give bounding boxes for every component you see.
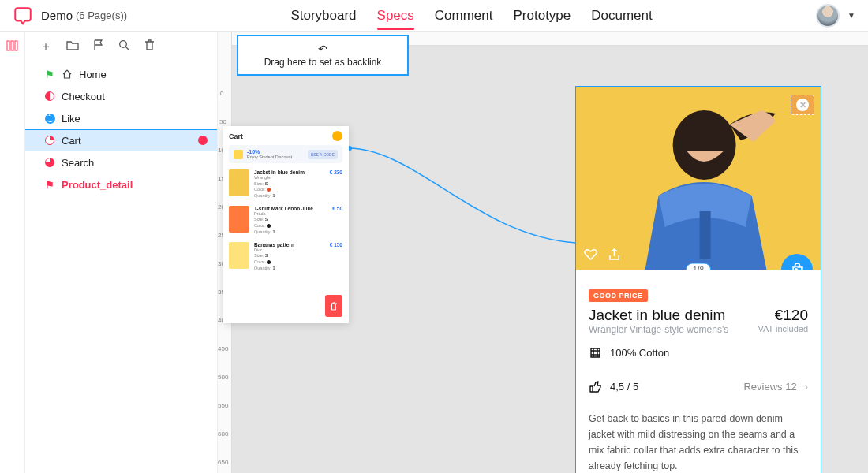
cart-row[interactable]: Bananas pattern Dior Size: S Color: Quan… <box>229 242 342 272</box>
user-avatar[interactable] <box>816 4 840 28</box>
material-row: 100% Cotton <box>589 346 808 359</box>
svg-rect-1 <box>11 41 13 50</box>
artboard-product-detail[interactable]: ✕ 1/8 GOOD PRICE Jack <box>576 87 821 473</box>
rail-specs-icon[interactable] <box>6 39 19 55</box>
cart-row[interactable]: Jacket in blue denim Wrangler Size: S Co… <box>229 169 342 199</box>
chevron-right-icon: › <box>805 381 808 393</box>
backlink-hint-label: Drag here to set as backlink <box>264 57 382 68</box>
ruler-tick: 450 <box>218 345 228 352</box>
flag-icon[interactable] <box>93 39 104 54</box>
ruler-tick: 550 <box>218 402 228 409</box>
page-item-like[interactable]: Like <box>25 107 217 129</box>
page-label: Product_detail <box>62 179 133 191</box>
svg-rect-2 <box>15 41 17 50</box>
trash-icon[interactable] <box>144 39 155 54</box>
search-icon[interactable] <box>118 39 130 54</box>
add-page-icon[interactable]: ＋ <box>39 39 52 55</box>
ruler-tick: 650 <box>218 459 228 466</box>
page-item-checkout[interactable]: Checkout <box>25 85 217 107</box>
undo-icon: ↶ <box>318 43 327 55</box>
cart-item-meta: Dior Size: S Color: Quantity: 1 <box>254 248 325 272</box>
selection-dot-icon <box>198 136 208 145</box>
close-icon: ✕ <box>796 99 809 111</box>
cart-thumb <box>229 242 249 269</box>
pie-tq-icon <box>44 157 55 168</box>
user-menu-chevron-icon[interactable]: ▼ <box>847 11 855 20</box>
svg-point-6 <box>673 110 736 180</box>
page-label: Cart <box>62 135 81 147</box>
cart-fab-icon[interactable] <box>332 131 342 141</box>
svg-line-4 <box>126 47 129 50</box>
page-label: Like <box>62 113 80 125</box>
page-item-product-detail[interactable]: ⚑ Product_detail <box>25 173 217 196</box>
page-label: Search <box>62 157 94 169</box>
hero-pager[interactable]: 1/8 <box>686 263 711 270</box>
share-icon[interactable] <box>608 248 620 263</box>
pages-sidebar: ＋ ⚑ Home Checkout Like Cart <box>25 32 218 473</box>
product-hero: ✕ 1/8 <box>576 87 821 270</box>
page-item-cart[interactable]: Cart <box>25 129 217 151</box>
cart-item-name: T-shirt Mark Lebon Julie <box>254 206 327 211</box>
heart-icon[interactable] <box>584 248 597 263</box>
rating-label: 4,5 / 5 <box>610 381 638 393</box>
page-item-home[interactable]: ⚑ Home <box>25 63 217 85</box>
smile-icon <box>44 113 55 124</box>
close-chip[interactable]: ✕ <box>791 95 814 115</box>
cart-item-meta: Prada Size: S Color: Quantity: 1 <box>254 211 327 236</box>
hero-actions <box>584 248 620 263</box>
app-logo <box>11 4 35 28</box>
cart-row[interactable]: T-shirt Mark Lebon Julie Prada Size: S C… <box>229 206 342 236</box>
svg-rect-7 <box>700 211 711 259</box>
resize-handle-icon[interactable] <box>794 267 799 270</box>
product-price: €120 <box>758 307 808 324</box>
cart-item-name: Jacket in blue denim <box>254 169 325 175</box>
hero-illustration <box>612 93 801 270</box>
cart-thumb <box>229 169 249 196</box>
page-label: Checkout <box>62 91 105 102</box>
product-subtitle: Wrangler Vintage-style womens's <box>589 324 728 335</box>
material-label: 100% Cotton <box>610 347 669 359</box>
svg-point-3 <box>120 40 127 47</box>
promo-cta[interactable]: USE A CODE <box>308 150 338 159</box>
tab-prototype[interactable]: Prototype <box>514 2 571 29</box>
left-rail <box>0 32 25 473</box>
cart-title: Cart <box>229 132 342 140</box>
flag-green-icon: ⚑ <box>44 69 55 80</box>
reviews-label: Reviews 12 <box>743 381 796 393</box>
reviews-row[interactable]: 4,5 / 5 Reviews 12 › <box>589 380 808 393</box>
material-icon <box>589 346 602 359</box>
ruler-tick: 500 <box>218 374 228 381</box>
flag-red-icon: ⚑ <box>44 179 55 190</box>
artboard-cart[interactable]: Cart -10% Enjoy Student Discount USE A C… <box>223 126 349 323</box>
thumbs-up-icon <box>589 380 602 393</box>
tab-comment[interactable]: Comment <box>435 2 493 29</box>
backlink-drop-zone[interactable]: ↶ Drag here to set as backlink <box>237 35 409 76</box>
folder-icon[interactable] <box>66 39 79 54</box>
cart-item-price: € 150 <box>330 242 342 272</box>
promo-banner[interactable]: -10% Enjoy Student Discount USE A CODE <box>229 145 342 163</box>
product-body: GOOD PRICE Jacket in blue denim Wrangler… <box>576 270 821 473</box>
promo-percent: -10% <box>247 149 304 155</box>
cart-item-meta: Wrangler Size: S Color: Quantity: 1 <box>254 175 325 199</box>
vat-label: VAT included <box>758 324 808 333</box>
tab-specs[interactable]: Specs <box>377 2 414 29</box>
pie-quarter-icon <box>44 135 55 146</box>
price-badge: GOOD PRICE <box>589 289 648 302</box>
project-page-count: (6 Page(s)) <box>76 9 127 21</box>
tab-storyboard[interactable]: Storyboard <box>290 2 356 29</box>
cart-thumb <box>229 206 249 233</box>
design-canvas[interactable]: 0 50 100 150 200 250 300 350 400 450 500… <box>218 32 868 473</box>
header-right: ▼ <box>816 4 855 28</box>
main-tabs: Storyboard Specs Comment Prototype Docum… <box>127 2 816 29</box>
cart-item-price: € 50 <box>332 206 342 236</box>
svg-rect-0 <box>7 41 9 50</box>
home-icon <box>62 69 73 80</box>
project-title[interactable]: Demo <box>41 9 73 22</box>
gift-icon <box>234 150 243 159</box>
delete-button[interactable] <box>325 295 342 317</box>
page-label: Home <box>79 69 107 80</box>
sidebar-toolbar: ＋ <box>25 32 217 61</box>
cart-item-name: Bananas pattern <box>254 242 325 248</box>
tab-document[interactable]: Document <box>591 2 652 29</box>
page-item-search[interactable]: Search <box>25 151 217 173</box>
